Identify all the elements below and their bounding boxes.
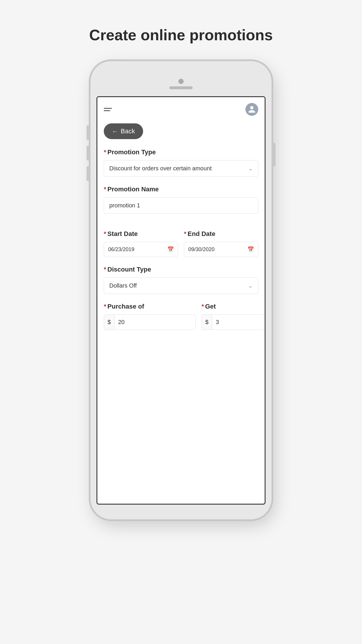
required-star-4: * <box>184 230 187 237</box>
discount-type-label: *Discount Type <box>104 266 258 273</box>
calendar-icon: 📅 <box>167 246 174 253</box>
phone-camera <box>178 79 184 84</box>
calendar-icon-2: 📅 <box>247 246 254 253</box>
required-star-7: * <box>201 303 204 310</box>
discount-type-value: Dollars Off <box>109 282 137 289</box>
end-date-value: 09/30/2020 <box>188 246 215 253</box>
phone-screen: ← Back *Promotion Type Discount for orde… <box>96 96 266 505</box>
purchase-of-section: *Purchase of $ <box>104 303 196 330</box>
purchase-amount-input[interactable] <box>115 315 195 330</box>
chevron-down-icon: ⌄ <box>248 165 253 172</box>
promotion-type-label: *Promotion Type <box>104 148 258 156</box>
required-star-3: * <box>104 230 106 237</box>
end-date-section: *End Date 09/30/2020 📅 <box>184 230 258 257</box>
get-amount-wrapper: $ off <box>201 314 266 330</box>
user-avatar-icon[interactable] <box>245 103 258 116</box>
hamburger-menu-icon[interactable] <box>104 108 112 111</box>
purchase-of-label: *Purchase of <box>104 303 196 310</box>
back-button[interactable]: ← Back <box>104 123 143 139</box>
required-star: * <box>104 148 106 156</box>
promotion-name-input[interactable] <box>104 197 258 214</box>
back-button-label: Back <box>121 127 135 135</box>
end-date-label: *End Date <box>184 230 258 238</box>
phone-shell: ← Back *Promotion Type Discount for orde… <box>91 61 271 519</box>
promotion-type-dropdown[interactable]: Discount for orders over certain amount … <box>104 160 258 177</box>
promotion-name-section: *Promotion Name <box>104 186 258 223</box>
app-header <box>97 97 265 120</box>
purchase-currency-symbol: $ <box>104 315 115 330</box>
app-content: ← Back *Promotion Type Discount for orde… <box>97 120 265 339</box>
discount-type-section: *Discount Type Dollars Off ⌄ <box>104 266 258 294</box>
phone-speaker <box>169 86 193 89</box>
get-currency-symbol: $ <box>202 315 212 330</box>
chevron-down-icon-2: ⌄ <box>248 283 253 289</box>
required-star-5: * <box>104 266 106 273</box>
date-row: *Start Date 06/23/2019 📅 *End Date 09/30… <box>104 230 258 257</box>
promotion-name-label: *Promotion Name <box>104 186 258 193</box>
required-star-2: * <box>104 186 106 193</box>
back-arrow-icon: ← <box>112 128 118 135</box>
phone-top-bar <box>96 79 266 93</box>
end-date-input[interactable]: 09/30/2020 📅 <box>184 242 258 257</box>
page-title: Create online promotions <box>89 26 273 44</box>
start-date-value: 06/23/2019 <box>108 246 134 253</box>
start-date-section: *Start Date 06/23/2019 📅 <box>104 230 178 257</box>
promotion-type-value: Discount for orders over certain amount <box>109 165 212 172</box>
get-section: *Get $ off <box>201 303 266 330</box>
start-date-input[interactable]: 06/23/2019 📅 <box>104 242 178 257</box>
required-star-6: * <box>104 303 106 310</box>
get-amount-input[interactable] <box>212 315 266 330</box>
purchase-amount-wrapper: $ <box>104 314 196 330</box>
purchase-get-row: *Purchase of $ *Get $ off <box>104 303 258 330</box>
get-label: *Get <box>201 303 266 310</box>
promotion-type-section: *Promotion Type Discount for orders over… <box>104 148 258 177</box>
start-date-label: *Start Date <box>104 230 178 238</box>
discount-type-dropdown[interactable]: Dollars Off ⌄ <box>104 277 258 294</box>
